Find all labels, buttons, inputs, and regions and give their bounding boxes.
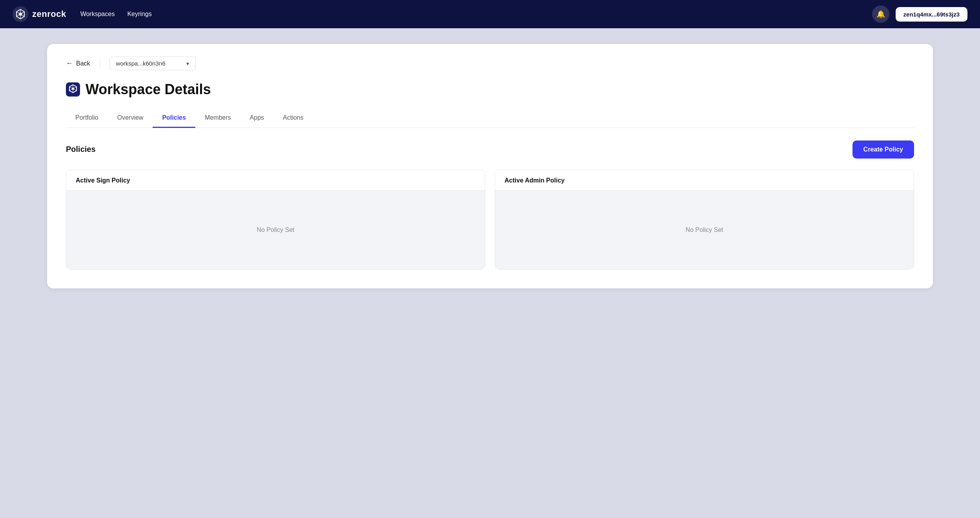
active-sign-policy-title: Active Sign Policy xyxy=(66,170,485,191)
logo-text: zenrock xyxy=(32,9,66,19)
top-row: ← Back workspa...k60n3n6 ▾ xyxy=(66,57,914,70)
back-arrow-icon: ← xyxy=(66,59,73,67)
page-title: Workspace Details xyxy=(86,81,211,98)
nav-keyrings[interactable]: Keyrings xyxy=(127,11,151,18)
workspace-dropdown[interactable]: workspa...k60n3n6 ▾ xyxy=(109,57,196,70)
workspace-dropdown-value: workspa...k60n3n6 xyxy=(116,60,166,67)
logo-area: zenrock xyxy=(13,6,66,22)
workspace-details-icon xyxy=(66,82,80,97)
policies-header: Policies Create Policy xyxy=(66,140,914,159)
tab-policies[interactable]: Policies xyxy=(153,110,195,128)
policy-cards-grid: Active Sign Policy No Policy Set Active … xyxy=(66,170,914,270)
nav-workspaces[interactable]: Workspaces xyxy=(80,11,115,18)
active-admin-policy-title: Active Admin Policy xyxy=(495,170,914,191)
header-left: zenrock Workspaces Keyrings xyxy=(13,6,152,22)
zenrock-logo-icon xyxy=(13,6,28,22)
svg-point-3 xyxy=(72,88,74,90)
svg-point-1 xyxy=(19,13,22,16)
wallet-address-button[interactable]: zen1q4mx...69ts3jz3 xyxy=(896,7,967,22)
bell-icon: 🔔 xyxy=(876,10,885,18)
main-card: ← Back workspa...k60n3n6 ▾ Workspace Det… xyxy=(47,44,933,288)
page-background: ← Back workspa...k60n3n6 ▾ Workspace Det… xyxy=(0,28,980,518)
tab-portfolio[interactable]: Portfolio xyxy=(66,110,108,128)
active-sign-policy-body: No Policy Set xyxy=(66,191,485,269)
create-policy-button[interactable]: Create Policy xyxy=(852,140,914,159)
chevron-down-icon: ▾ xyxy=(186,60,189,67)
active-admin-policy-card: Active Admin Policy No Policy Set xyxy=(495,170,914,270)
tab-apps[interactable]: Apps xyxy=(240,110,273,128)
tab-members[interactable]: Members xyxy=(195,110,240,128)
active-admin-policy-empty-label: No Policy Set xyxy=(685,226,723,233)
page-title-row: Workspace Details xyxy=(66,81,914,98)
notification-button[interactable]: 🔔 xyxy=(872,5,889,23)
tab-bar: Portfolio Overview Policies Members Apps… xyxy=(66,110,914,128)
active-admin-policy-body: No Policy Set xyxy=(495,191,914,269)
back-button[interactable]: ← Back xyxy=(66,59,100,67)
active-sign-policy-empty-label: No Policy Set xyxy=(257,226,294,233)
back-label: Back xyxy=(76,60,90,67)
policies-section-title: Policies xyxy=(66,145,96,154)
header-right: 🔔 zen1q4mx...69ts3jz3 xyxy=(872,5,967,23)
header: zenrock Workspaces Keyrings 🔔 zen1q4mx..… xyxy=(0,0,980,28)
active-sign-policy-card: Active Sign Policy No Policy Set xyxy=(66,170,485,270)
tab-overview[interactable]: Overview xyxy=(108,110,153,128)
tab-actions[interactable]: Actions xyxy=(273,110,313,128)
main-nav: Workspaces Keyrings xyxy=(80,11,152,18)
